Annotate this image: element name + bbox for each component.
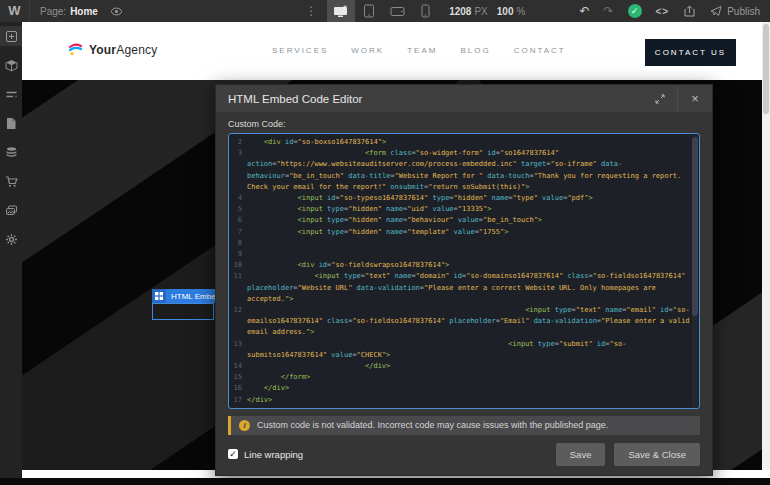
phone-device-icon[interactable] bbox=[411, 0, 439, 22]
line-number: 16 bbox=[229, 383, 247, 394]
zoom-value[interactable]: 100 bbox=[497, 6, 514, 17]
nav-link[interactable]: BLOG bbox=[460, 46, 490, 55]
embed-element-selection-box[interactable] bbox=[152, 303, 214, 320]
device-preview-group bbox=[327, 0, 439, 22]
canvas-scrollbar[interactable] bbox=[762, 22, 770, 470]
site-nav: SERVICESWORKTEAMBLOGCONTACT bbox=[272, 46, 566, 55]
line-number: 8 bbox=[229, 238, 247, 249]
redo-icon[interactable]: ↷ bbox=[603, 4, 613, 18]
code-line: 6 <input type="hidden" name="behaviour" … bbox=[229, 215, 699, 226]
line-number: 13 bbox=[229, 339, 247, 361]
code-text[interactable]: <input type="submit" id="so-submitso1647… bbox=[247, 339, 700, 361]
left-tool-sidebar bbox=[0, 22, 22, 478]
paper-plane-icon bbox=[710, 5, 722, 17]
line-wrapping-label: Line wrapping bbox=[244, 449, 303, 460]
code-text[interactable]: <input type="text" name="email" id="so-e… bbox=[247, 305, 700, 339]
code-text[interactable] bbox=[247, 249, 700, 260]
shop-cart-icon[interactable] bbox=[0, 171, 22, 191]
code-text[interactable]: <input type="hidden" name="uid" value="1… bbox=[247, 204, 700, 215]
code-line: 5 <input type="hidden" name="uid" value=… bbox=[229, 204, 699, 215]
media-gallery-icon[interactable] bbox=[0, 200, 22, 220]
nav-link[interactable]: WORK bbox=[351, 46, 384, 55]
saved-status-icon[interactable]: ✓ bbox=[628, 4, 642, 18]
page-selector[interactable]: Page: Home bbox=[40, 6, 98, 17]
code-line: 3 <form class="so-widget-form" id="so164… bbox=[229, 148, 699, 193]
code-line: 4 <input id="so-typeso1647837614" type="… bbox=[229, 193, 699, 204]
app-window: W Page: Home ⋮ 1208 PX 100 bbox=[0, 0, 770, 485]
dialog-title: HTML Embed Code Editor bbox=[228, 93, 643, 105]
code-line: 7 <input type="hidden" name="template" v… bbox=[229, 227, 699, 238]
desktop-device-icon[interactable] bbox=[327, 0, 355, 22]
export-icon[interactable] bbox=[683, 5, 696, 18]
line-number: 4 bbox=[229, 193, 247, 204]
site-brand[interactable]: YourAgency bbox=[68, 42, 157, 57]
brand-logo-icon bbox=[68, 42, 83, 57]
tablet-landscape-device-icon[interactable] bbox=[383, 0, 411, 22]
custom-code-label: Custom Code: bbox=[228, 119, 700, 129]
code-line: 8 bbox=[229, 238, 699, 249]
sections-icon[interactable] bbox=[0, 84, 22, 104]
save-button[interactable]: Save bbox=[556, 443, 606, 466]
pages-icon[interactable] bbox=[0, 113, 22, 133]
line-number: 6 bbox=[229, 215, 247, 226]
canvas-scrollbar-thumb[interactable] bbox=[763, 24, 769, 114]
code-text[interactable] bbox=[247, 238, 700, 249]
canvas-size-indicator: 1208 PX 100 % bbox=[449, 6, 525, 17]
line-number: 5 bbox=[229, 204, 247, 215]
contact-us-button[interactable]: CONTACT US bbox=[645, 39, 736, 66]
code-text[interactable]: <input id="so-typeso1647837614" type="hi… bbox=[247, 193, 700, 204]
dialog-footer: ✓ Line wrapping Save Save & Close bbox=[228, 443, 700, 466]
line-wrapping-checkbox[interactable]: ✓ Line wrapping bbox=[228, 449, 547, 460]
dialog-header[interactable]: HTML Embed Code Editor × bbox=[216, 85, 712, 112]
close-dialog-icon[interactable]: × bbox=[678, 85, 712, 112]
code-text[interactable]: <div id="so-fieldswrapso1647837614"> bbox=[247, 260, 700, 271]
code-text[interactable]: </div> bbox=[247, 361, 700, 372]
nav-link[interactable]: CONTACT bbox=[514, 46, 566, 55]
bottom-bar bbox=[0, 478, 770, 485]
tablet-portrait-device-icon[interactable] bbox=[355, 0, 383, 22]
code-text[interactable]: </form> bbox=[247, 372, 700, 383]
code-text[interactable]: <input type="hidden" name="behaviour" va… bbox=[247, 215, 700, 226]
code-line: 11 <input type="text" name="domain" id="… bbox=[229, 271, 699, 305]
code-line: 10 <div id="so-fieldswrapso1647837614"> bbox=[229, 260, 699, 271]
code-line: 13 <input type="submit" id="so-submitso1… bbox=[229, 339, 699, 361]
code-text[interactable]: </div> bbox=[247, 383, 700, 394]
warning-text: Custom code is not validated. Incorrect … bbox=[257, 420, 608, 430]
publish-button[interactable]: Publish bbox=[710, 5, 760, 17]
code-editor[interactable]: 2 <div id="so-boxso1647837614">3 <form c… bbox=[228, 133, 700, 409]
warning-info-icon: i bbox=[239, 420, 250, 431]
settings-gear-icon[interactable] bbox=[0, 229, 22, 249]
editor-scrollbar-thumb[interactable] bbox=[692, 137, 698, 316]
nav-link[interactable]: TEAM bbox=[407, 46, 437, 55]
code-text[interactable]: </div> bbox=[247, 395, 700, 406]
code-text[interactable]: <form class="so-widget-form" id="so16478… bbox=[247, 148, 700, 193]
editor-scrollbar[interactable] bbox=[692, 135, 698, 407]
expand-dialog-icon[interactable] bbox=[643, 85, 677, 112]
blocks-icon[interactable] bbox=[0, 55, 22, 75]
add-element-icon[interactable] bbox=[0, 26, 22, 46]
more-options-icon[interactable]: ⋮ bbox=[295, 4, 327, 18]
code-line: 15 </form> bbox=[229, 372, 699, 383]
code-lines: 2 <div id="so-boxso1647837614">3 <form c… bbox=[229, 137, 699, 406]
undo-icon[interactable]: ↶ bbox=[579, 4, 589, 18]
line-number: 15 bbox=[229, 372, 247, 383]
code-view-icon[interactable]: <> bbox=[656, 6, 670, 17]
top-toolbar: W Page: Home ⋮ 1208 PX 100 bbox=[0, 0, 770, 22]
app-logo[interactable]: W bbox=[0, 0, 30, 22]
dialog-body: Custom Code: 2 <div id="so-boxso16478376… bbox=[216, 112, 712, 475]
code-text[interactable]: <input type="text" name="domain" id="so-… bbox=[247, 271, 700, 305]
code-text[interactable]: <input type="hidden" name="template" val… bbox=[247, 227, 700, 238]
checkbox-check-icon[interactable]: ✓ bbox=[228, 449, 238, 459]
database-icon[interactable] bbox=[0, 142, 22, 162]
html-embed-code-editor-dialog: HTML Embed Code Editor × Custom Code: 2 … bbox=[215, 84, 713, 476]
line-number: 11 bbox=[229, 271, 247, 305]
line-number: 14 bbox=[229, 361, 247, 372]
validation-warning: i Custom code is not validated. Incorrec… bbox=[228, 416, 700, 435]
save-and-close-button[interactable]: Save & Close bbox=[614, 443, 700, 466]
page-name: Home bbox=[70, 6, 98, 17]
publish-label: Publish bbox=[727, 6, 760, 17]
nav-link[interactable]: SERVICES bbox=[272, 46, 328, 55]
code-line: 16 </div> bbox=[229, 383, 699, 394]
preview-eye-icon[interactable] bbox=[110, 5, 123, 18]
code-text[interactable]: <div id="so-boxso1647837614"> bbox=[247, 137, 700, 148]
